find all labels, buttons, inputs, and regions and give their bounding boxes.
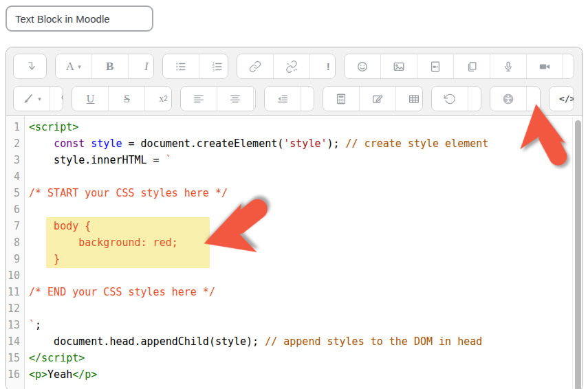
toolbar-row: A▾BI123!H-P [13,54,582,80]
code-text: /* START your CSS styles here */ [24,185,228,201]
bold-button[interactable]: B [91,54,128,78]
strikethrough-label: S [124,93,130,104]
html-source-label: </> [559,94,574,103]
edit-button[interactable] [359,87,395,111]
code-text: background: red; [24,234,178,251]
bullet-list-icon [175,60,187,73]
align-center-button[interactable] [217,87,253,111]
microphone-icon [502,60,514,73]
line-number: 5 [6,185,24,201]
code-text: </script> [24,350,85,366]
line-number: 11 [6,284,24,300]
code-line: 3 style.innerHTML = ` [6,152,582,168]
highlight-color-button[interactable]: ▾ [50,87,63,111]
code-text: /* END your CSS styles here */ [24,284,215,300]
insert-media-button[interactable] [417,54,453,78]
toolbar-group: </> [549,86,574,111]
lightbulb-icon [58,93,63,105]
align-left-button[interactable] [181,87,217,111]
screenreader-helper-button[interactable] [526,87,540,111]
subscript-label: x [159,94,164,104]
collapse-toolbar-button[interactable] [14,54,47,78]
unordered-list-button[interactable] [163,54,199,78]
toolbar-group [431,86,481,111]
line-number: 8 [6,234,24,251]
chevron-down-icon: ▾ [38,96,41,102]
code-text [24,300,29,317]
code-line: 7 body { [6,218,582,234]
equation-button[interactable] [323,87,359,111]
outdent-button[interactable] [265,87,301,111]
line-number: 1 [6,119,24,135]
redo-button[interactable] [468,87,481,111]
link-button[interactable] [237,54,273,78]
image-icon [393,60,405,73]
ordered-list-button[interactable]: 123 [199,54,228,78]
manage-files-button[interactable] [453,54,490,78]
line-number: 3 [6,152,24,168]
toolbar-group: USx2x2 [72,86,172,111]
code-text [24,201,29,218]
code-line: 9 } [6,251,582,267]
record-audio-button[interactable] [490,54,526,78]
chevron-down-icon: ▾ [78,63,81,70]
code-line: 14 document.head.appendChild(style); // … [6,333,582,350]
code-line: 5/* START your CSS styles here */ [6,185,582,201]
undo-icon [444,93,456,105]
accessibility-icon [502,93,514,105]
collapse-arrow-icon [25,60,38,73]
h5p-button[interactable]: H-P [563,54,574,78]
subscript-button[interactable]: x2 [144,87,172,111]
font-color-button[interactable]: ▾ [14,87,50,111]
accessibility-checker-button[interactable] [490,87,526,111]
line-number: 12 [6,300,24,317]
code-line: 1<script> [6,119,582,135]
code-line: 2 const style = document.createElement('… [6,135,582,152]
font-format-button[interactable]: A▾ [56,54,91,78]
title-box: Text Block in Moodle [6,5,153,32]
italic-label: I [144,60,149,72]
indent-icon [313,93,314,105]
html-source-button[interactable]: </> [549,87,574,111]
table-icon [408,93,420,105]
code-text [24,267,29,284]
align-right-button[interactable] [253,87,256,111]
code-line: 10 [6,267,582,284]
toolbar-group [490,86,540,111]
code-text: } [24,251,60,267]
code-line: 11/* END your CSS styles here */ [6,284,582,300]
indent-button[interactable] [301,87,314,111]
font-format-label: A [66,60,74,72]
braille-icon [538,93,540,105]
unlink-button[interactable] [273,54,309,78]
strikethrough-button[interactable]: S [108,87,144,111]
toolbar-group [264,86,314,111]
insert-image-button[interactable] [380,54,417,78]
title-box-label: Text Block in Moodle [15,13,110,25]
code-editor[interactable]: 1<script>2 const style = document.create… [6,116,582,389]
code-line: 16<p>Yeah</p> [6,366,582,383]
code-line: 6 [6,201,582,218]
toolbar-group: A▾BI [55,54,154,79]
code-line: 13`; [6,317,582,333]
undo-button[interactable] [432,87,468,111]
italic-button[interactable]: I [128,54,154,78]
line-number: 4 [6,168,24,185]
text-editor: A▾BI123!H-P▾▾USx2x2</> 1<script>2 const … [6,47,583,389]
align-center-icon [229,93,241,105]
link-icon [249,60,261,73]
record-video-button[interactable] [526,54,563,78]
code-line: 4 [6,168,582,185]
line-number: 14 [6,333,24,350]
table-button[interactable] [395,87,423,111]
align-left-icon [193,93,205,105]
svg-text:3: 3 [213,68,215,72]
underline-label: U [87,93,95,104]
line-number: 10 [6,267,24,284]
numbered-list-icon: 123 [211,60,224,73]
prevent-autolink-button[interactable]: ! [309,54,336,78]
underline-button[interactable]: U [72,87,108,111]
emoji-button[interactable] [345,54,380,78]
prevent-autolink-label: ! [327,61,330,71]
toolbar-group: H-P [344,54,574,79]
